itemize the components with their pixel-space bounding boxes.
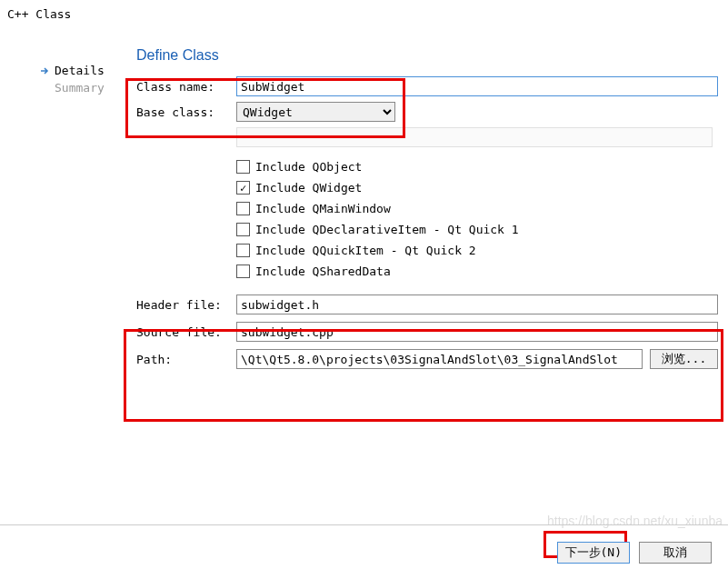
cb-qwidget[interactable]: ✓ Include QWidget xyxy=(236,181,718,195)
cb-qquickitem[interactable]: Include QQuickItem - Qt Quick 2 xyxy=(236,244,718,257)
cb-label: Include QSharedData xyxy=(255,265,391,278)
button-bar: 下一步(N) 取消 xyxy=(0,524,728,579)
checkbox-icon[interactable] xyxy=(236,160,250,174)
cb-qshareddata[interactable]: Include QSharedData xyxy=(236,265,718,278)
header-file-row: Header file: xyxy=(136,294,718,314)
page-heading: Define Class xyxy=(136,47,718,64)
cb-qmainwindow[interactable]: Include QMainWindow xyxy=(236,202,718,215)
cb-qobject[interactable]: Include QObject xyxy=(236,160,718,174)
cb-label: Include QMainWindow xyxy=(255,202,391,215)
nav-summary[interactable]: Summary xyxy=(40,81,122,95)
highlight-box-1 xyxy=(125,78,405,138)
header-file-label: Header file: xyxy=(136,298,233,312)
wizard-nav: Details Summary xyxy=(40,64,122,98)
nav-details[interactable]: Details xyxy=(40,64,122,77)
arrow-right-icon xyxy=(40,65,51,76)
cb-label: Include QDeclarativeItem - Qt Quick 1 xyxy=(255,223,519,236)
nav-details-label: Details xyxy=(55,64,105,77)
checkbox-icon[interactable] xyxy=(236,223,250,236)
cb-label: Include QWidget xyxy=(255,181,362,195)
checkbox-checked-icon[interactable]: ✓ xyxy=(236,181,250,195)
cb-qdeclarativeitem[interactable]: Include QDeclarativeItem - Qt Quick 1 xyxy=(236,223,718,236)
next-button[interactable]: 下一步(N) xyxy=(557,542,630,564)
checkbox-icon[interactable] xyxy=(236,202,250,215)
highlight-box-2 xyxy=(124,329,723,422)
checkbox-icon[interactable] xyxy=(236,244,250,257)
cancel-button[interactable]: 取消 xyxy=(639,542,712,564)
header-file-input[interactable] xyxy=(236,294,718,314)
checkbox-icon[interactable] xyxy=(236,265,250,278)
window-title: C++ Class xyxy=(7,7,71,21)
nav-summary-label: Summary xyxy=(55,81,105,95)
cb-label: Include QObject xyxy=(255,160,362,174)
cb-label: Include QQuickItem - Qt Quick 2 xyxy=(255,244,476,257)
include-checkboxes: Include QObject ✓ Include QWidget Includ… xyxy=(236,160,718,278)
